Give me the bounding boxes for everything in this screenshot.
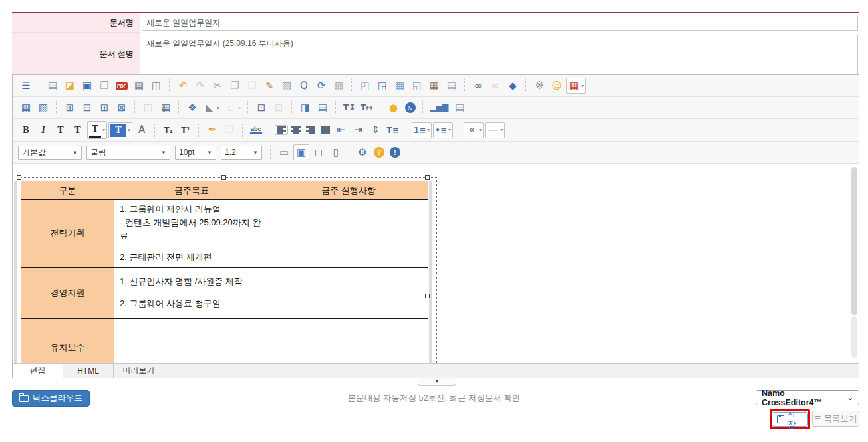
delete-column-button[interactable]: ⊠ — [114, 100, 130, 116]
add-document-button[interactable]: ▤ — [315, 100, 331, 116]
edit-table-button[interactable]: ▧ — [35, 100, 51, 116]
save-as-button[interactable]: ❐ — [96, 78, 112, 94]
image-background-button[interactable]: ▩ — [392, 78, 408, 94]
split-cells-button[interactable]: ▦ — [158, 100, 174, 116]
bold-button[interactable]: B — [18, 122, 34, 138]
unlink-button[interactable]: ∞ — [488, 78, 504, 94]
special-character-button[interactable]: ※ — [531, 78, 547, 94]
copy-button[interactable]: ❐ — [227, 78, 243, 94]
fullscreen-button[interactable]: ◻ — [311, 144, 327, 160]
spell-check-button[interactable]: abc — [248, 125, 264, 136]
cut-button[interactable]: ✂ — [210, 78, 225, 94]
numbered-list-button[interactable]: 1≡▾ — [412, 122, 432, 138]
editor-scrollbar-thumb[interactable] — [851, 167, 857, 315]
editor-version-select[interactable]: Namo CrossEditor4™ ⌄ — [756, 390, 859, 405]
selection-handle-mid-right[interactable] — [425, 294, 430, 298]
merge-cells-button[interactable]: ◫ — [140, 100, 156, 116]
accessibility-check-button[interactable]: ♿ — [403, 101, 418, 114]
selection-handle-top-left[interactable] — [17, 175, 21, 180]
paste-as-text-button[interactable]: ✎ — [261, 78, 277, 94]
actions-cell[interactable] — [269, 318, 428, 363]
refresh-button[interactable]: ⟳ — [313, 78, 329, 94]
select-area-button[interactable]: ▧ — [331, 78, 347, 94]
insert-image-button[interactable]: ◰ — [357, 78, 373, 94]
superscript-button[interactable]: T¹ — [178, 122, 194, 138]
insert-column-button[interactable]: ⊞ — [96, 100, 112, 116]
style-select[interactable]: 기본값▼ — [18, 146, 82, 160]
horizontal-line-button[interactable]: —▾ — [485, 122, 505, 138]
goals-cell[interactable]: 1. 그룹웨어 제안서 리뉴얼- 컨텐츠 개발팀에서 25.09.20까지 완료… — [114, 200, 269, 268]
blockquote-button[interactable]: «▾ — [464, 122, 484, 138]
editor-content-area[interactable]: 구분금주목표금주 실행사항전략기획1. 그룹웨어 제안서 리뉴얼- 컨텐츠 개발… — [13, 164, 859, 363]
edit-source-button[interactable]: ▨ — [279, 78, 295, 94]
editor-collapse-handle[interactable]: ▼ — [418, 378, 456, 386]
outdent-button[interactable]: ⇤ — [333, 122, 349, 138]
ungroup-objects-button[interactable]: ⊡ — [271, 100, 287, 116]
font-size-select[interactable]: 10pt▼ — [175, 146, 216, 160]
tab-html[interactable]: HTML — [63, 364, 114, 378]
pdf-export-button[interactable]: PDF — [114, 81, 130, 91]
insert-table-button[interactable]: ▦ — [18, 100, 34, 116]
help-button[interactable]: ? — [372, 146, 386, 159]
table-header-cell[interactable]: 금주 실행사항 — [269, 181, 428, 200]
selection-handle-top-center[interactable] — [221, 175, 226, 180]
actions-cell[interactable] — [269, 200, 428, 268]
text-direction-right-button[interactable]: T↦ — [359, 100, 374, 116]
save-button[interactable]: ▣ — [79, 78, 95, 94]
settings-button[interactable]: ⚙ — [355, 144, 370, 160]
lock-editing-button[interactable]: ● — [386, 100, 402, 116]
indent-button[interactable]: ⇥ — [351, 122, 366, 138]
underline-button[interactable]: T — [53, 122, 69, 138]
print-preview-button[interactable]: ◫ — [148, 78, 164, 94]
table-header-cell[interactable]: 구분 — [21, 181, 114, 200]
font-color-button[interactable]: T▾ — [87, 121, 107, 139]
find-replace-button[interactable]: Q — [296, 78, 312, 94]
save-button[interactable]: 저장 — [772, 412, 808, 427]
align-left-button[interactable] — [275, 125, 288, 135]
insert-datetime-button[interactable]: ▦▾ — [566, 78, 586, 94]
weekly-report-table[interactable]: 구분금주목표금주 실행사항전략기획1. 그룹웨어 제안서 리뉴얼- 컨텐츠 개발… — [21, 181, 428, 363]
page-background-button[interactable]: ▣ — [293, 144, 309, 160]
paste-format-button[interactable]: ❒ — [221, 122, 237, 138]
mobile-preview-button[interactable]: ▯ — [328, 144, 344, 160]
category-cell[interactable]: 유지보수 — [21, 318, 114, 363]
table-header-cell[interactable]: 금주목표 — [114, 181, 269, 200]
font-select[interactable]: 굴림▼ — [86, 146, 170, 160]
italic-button[interactable]: I — [35, 122, 51, 138]
bullet-list-button[interactable]: •≡▾ — [433, 122, 453, 138]
list-view-button[interactable]: ☰ 목록보기 — [812, 411, 859, 427]
insert-photo-button[interactable]: ◱ — [409, 78, 425, 94]
category-cell[interactable]: 경영지원 — [21, 267, 114, 318]
category-cell[interactable]: 전략기획 — [21, 200, 114, 268]
open-file-button[interactable]: ◪ — [62, 78, 78, 94]
insert-file-link-button[interactable]: ▤ — [444, 78, 460, 94]
paragraph-format-button[interactable]: T≡ — [385, 122, 401, 138]
delete-row-button[interactable]: ⊟ — [79, 100, 95, 116]
hyperlink-button[interactable]: ∞ — [470, 78, 486, 94]
align-right-button[interactable] — [304, 125, 317, 135]
selection-handle-top-right[interactable] — [425, 175, 430, 180]
goals-cell[interactable] — [114, 318, 269, 363]
justify-button[interactable] — [319, 125, 332, 135]
notice-button[interactable]: ! — [388, 146, 402, 159]
insert-video-button[interactable]: ▦ — [426, 78, 442, 94]
line-height-select[interactable]: 1.2▼ — [221, 146, 262, 160]
cell-border-button[interactable]: ▫▾ — [223, 100, 243, 116]
cell-fill-color-button[interactable]: ◣▾ — [202, 100, 221, 116]
emoticon-button[interactable]: ☺ — [549, 78, 565, 94]
table-properties-button[interactable]: ❖ — [184, 100, 200, 116]
main-menu-button[interactable]: ☰ — [18, 78, 34, 94]
subscript-button[interactable]: T₁ — [160, 122, 176, 138]
goals-cell[interactable]: 1. 신규입사자 명함 /사원증 제작2. 그룹웨어 사용료 청구일 — [114, 267, 269, 318]
doc-name-input[interactable] — [142, 15, 858, 31]
new-document-button[interactable]: ▤ — [45, 78, 61, 94]
ruler-button[interactable]: ▭ — [276, 144, 292, 160]
strikethrough-button[interactable]: T — [70, 122, 86, 138]
redo-button[interactable]: ↷ — [192, 78, 208, 94]
edit-image-button[interactable]: ◲ — [374, 78, 390, 94]
print-button[interactable]: ▦ — [131, 78, 147, 94]
doc-desc-textarea[interactable]: 새로운 일일업무일지 (25.09.16 부터사용) — [142, 35, 858, 74]
tab-미리보기[interactable]: 미리보기 — [114, 364, 164, 378]
align-center-button[interactable] — [289, 125, 303, 135]
line-spacing-button[interactable]: ⇕ — [368, 122, 384, 138]
